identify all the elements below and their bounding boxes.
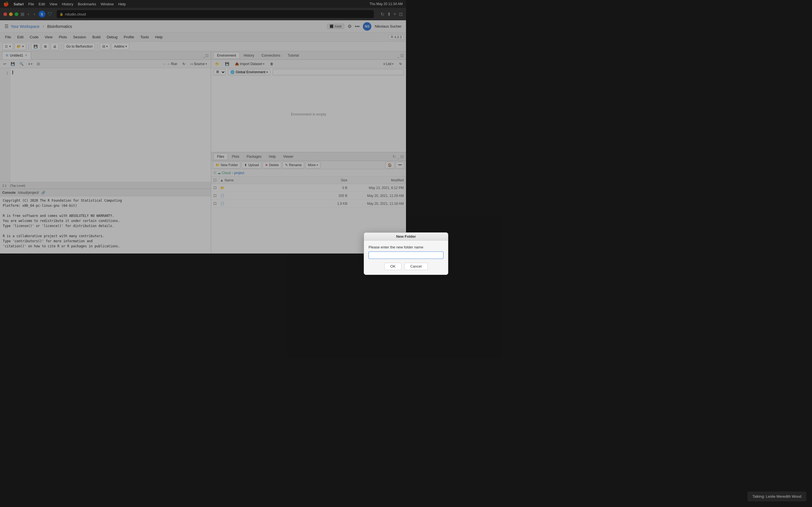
folder-name-input[interactable]	[368, 251, 406, 254]
modal-title: New Folder	[396, 234, 406, 238]
modal-label: Please enter the new folder name	[368, 245, 406, 249]
modal-titlebar: New Folder	[364, 233, 406, 240]
modal-body: Please enter the new folder name OK Canc…	[364, 240, 406, 254]
new-folder-dialog: New Folder Please enter the new folder n…	[364, 232, 406, 254]
modal-overlay: New Folder Please enter the new folder n…	[0, 0, 406, 253]
